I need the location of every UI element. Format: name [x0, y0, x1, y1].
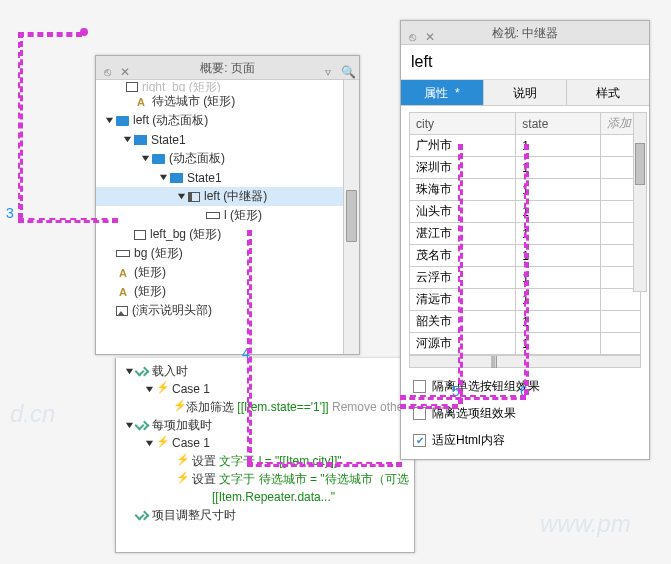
outline-scrollbar-v[interactable]	[343, 80, 359, 354]
tree-item[interactable]: State1	[96, 168, 359, 187]
cell-city[interactable]: 清远市	[410, 289, 516, 311]
cell-state[interactable]: 1	[516, 223, 601, 245]
close-icon[interactable]: ✕	[118, 60, 132, 74]
table-column-header[interactable]: city	[410, 113, 516, 135]
cell-state[interactable]: 1	[516, 245, 601, 267]
table-row[interactable]: 深圳市1	[410, 157, 641, 179]
checkbox-icon[interactable]	[413, 380, 426, 393]
outline-header: ⎋ ✕ 概要: 页面 ▿ 🔍	[96, 56, 359, 80]
tree-item[interactable]: left_bg (矩形)	[96, 225, 359, 244]
interaction-label: Case 1	[172, 382, 210, 396]
tree-item[interactable]: left (动态面板)	[96, 111, 359, 130]
tree-item[interactable]: left (中继器)	[96, 187, 359, 206]
tree-item-label: (矩形)	[134, 264, 166, 281]
cell-state[interactable]: 1	[516, 267, 601, 289]
event-icon	[136, 419, 148, 431]
outline-title: 概要: 页面	[200, 61, 255, 75]
search-icon[interactable]: 🔍	[341, 60, 355, 74]
table-row[interactable]: 珠海市1	[410, 179, 641, 201]
tree-item[interactable]: l (矩形)	[96, 206, 359, 225]
tree-item[interactable]: (动态面板)	[96, 149, 359, 168]
event-icon	[156, 437, 168, 449]
cell-state[interactable]: 1	[516, 179, 601, 201]
interaction-row[interactable]: Case 1	[116, 434, 414, 452]
table-row[interactable]: 河源市1	[410, 333, 641, 355]
table-row[interactable]: 广州市1	[410, 135, 641, 157]
inspector-checks: 隔离单选按钮组效果隔离选项组效果✔适应Html内容	[401, 368, 649, 459]
cell-city[interactable]: 河源市	[410, 333, 516, 355]
inspector-tabs: 属性 * 说明 样式	[401, 80, 649, 106]
tree-item-label: (演示说明头部)	[132, 302, 212, 319]
checkbox-row[interactable]: 隔离选项组效果	[413, 405, 637, 422]
table-row[interactable]: 韶关市1	[410, 311, 641, 333]
table-row[interactable]: 茂名市1	[410, 245, 641, 267]
pin-icon[interactable]: ⎋	[405, 25, 419, 39]
event-icon	[176, 473, 188, 485]
tree-item[interactable]: A待选城市 (矩形)	[96, 92, 359, 111]
cell-city[interactable]: 深圳市	[410, 157, 516, 179]
inspector-panel: ⎋ ✕ 检视: 中继器 left 属性 * 说明 样式 citystate添加 …	[400, 20, 650, 460]
interaction-label: 设置 文字于 l = "[[Item.city]]"	[192, 453, 342, 470]
repeater-data-table[interactable]: citystate添加 广州市1深圳市1珠海市1汕头市1湛江市1茂名市1云浮市1…	[409, 112, 641, 355]
interaction-row[interactable]: [[Item.Repeater.data..."	[116, 488, 414, 506]
cell-city[interactable]: 湛江市	[410, 223, 516, 245]
interaction-row[interactable]: Case 1	[116, 380, 414, 398]
interaction-row[interactable]: 设置 文字于 l = "[[Item.city]]"	[116, 452, 414, 470]
interaction-row[interactable]: 每项加载时	[116, 416, 414, 434]
tree-item-label: 待选城市 (矩形)	[152, 93, 235, 110]
inspector-title: 检视: 中继器	[492, 26, 559, 40]
event-icon	[136, 365, 148, 377]
cell-state[interactable]: 1	[516, 289, 601, 311]
tab-style[interactable]: 样式	[567, 80, 649, 105]
cell-city[interactable]: 珠海市	[410, 179, 516, 201]
cell-state[interactable]: 1	[516, 157, 601, 179]
interactions-panel: 载入时Case 1添加筛选 [[Item.state=='1']] Remove…	[115, 358, 415, 553]
cell-city[interactable]: 茂名市	[410, 245, 516, 267]
interaction-row[interactable]: 载入时	[116, 362, 414, 380]
interaction-label: 添加筛选 [[Item.state=='1']] Remove other f	[186, 399, 414, 416]
interaction-label: [[Item.Repeater.data..."	[212, 490, 335, 504]
cell-state[interactable]: 1	[516, 135, 601, 157]
pin-icon[interactable]: ⎋	[100, 60, 114, 74]
interaction-label: 每项加载时	[152, 417, 212, 434]
table-scrollbar-h[interactable]	[409, 355, 641, 368]
cell-city[interactable]: 韶关市	[410, 311, 516, 333]
tree-item-label: left_bg (矩形)	[150, 226, 221, 243]
table-row[interactable]: 云浮市1	[410, 267, 641, 289]
checkbox-label: 隔离单选按钮组效果	[432, 378, 540, 395]
filter-icon[interactable]: ▿	[321, 60, 335, 74]
tree-item[interactable]: A(矩形)	[96, 263, 359, 282]
checkbox-icon[interactable]	[413, 407, 426, 420]
checkbox-row[interactable]: 隔离单选按钮组效果	[413, 378, 637, 395]
interaction-row[interactable]: 添加筛选 [[Item.state=='1']] Remove other f	[116, 398, 414, 416]
cell-state[interactable]: 1	[516, 201, 601, 223]
tree-item[interactable]: bg (矩形)	[96, 244, 359, 263]
checkbox-row[interactable]: ✔适应Html内容	[413, 432, 637, 449]
table-scrollbar-v[interactable]	[633, 112, 647, 292]
cell-city[interactable]: 云浮市	[410, 267, 516, 289]
interaction-row[interactable]: 设置 文字于 待选城市 = "待选城市（可选	[116, 470, 414, 488]
cell-city[interactable]: 广州市	[410, 135, 516, 157]
connector-line	[18, 32, 23, 219]
inspector-element-name[interactable]: left	[401, 45, 649, 80]
tree-item[interactable]: (演示说明头部)	[96, 301, 359, 320]
cell-state[interactable]: 1	[516, 333, 601, 355]
cell-state[interactable]: 1	[516, 311, 601, 333]
tab-notes[interactable]: 说明	[484, 80, 567, 105]
tab-properties[interactable]: 属性 *	[401, 80, 484, 105]
annotation-3: 3	[6, 205, 14, 221]
table-row[interactable]: 汕头市1	[410, 201, 641, 223]
tree-item[interactable]: State1	[96, 130, 359, 149]
table-column-header[interactable]: state	[516, 113, 601, 135]
table-row[interactable]: 湛江市1	[410, 223, 641, 245]
cell-city[interactable]: 汕头市	[410, 201, 516, 223]
event-icon	[156, 383, 168, 395]
table-row[interactable]: 清远市1	[410, 289, 641, 311]
interaction-row[interactable]: 项目调整尺寸时	[116, 506, 414, 524]
checkbox-icon[interactable]: ✔	[413, 434, 426, 447]
tree-item-label: left (动态面板)	[133, 112, 208, 129]
tree-item-label: State1	[151, 133, 186, 147]
tree-item[interactable]: A(矩形)	[96, 282, 359, 301]
close-icon[interactable]: ✕	[423, 25, 437, 39]
tree-item-label: (矩形)	[134, 283, 166, 300]
